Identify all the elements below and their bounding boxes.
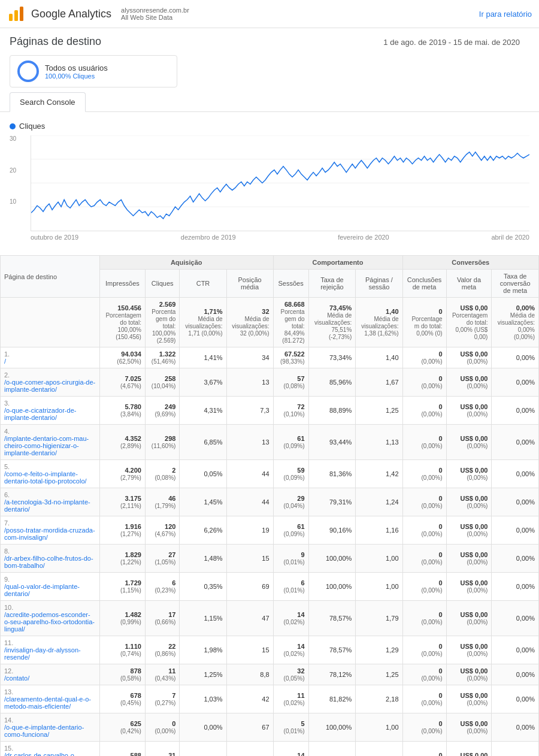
cell-cliques: 120 (4,67%) [145,516,179,545]
cell-ctr: 1,03% [180,685,226,713]
tab-search-console[interactable]: Search Console [10,92,86,112]
cell-taxa: 0,00% [492,742,539,757]
cell-paginas: 1,42 [356,460,402,488]
cell-ctr: 1,25% [180,664,226,685]
table-row: 12. /contato/ 878 (0,58%) 11 (0,43%) 1,2… [1,664,539,685]
page-link[interactable]: /o-que-comer-apos-cirurgia-de-implante-d… [4,379,96,393]
total-cliques: 2.569 Porcenta gem do total: 100,00% (2.… [145,298,179,347]
cell-impressoes: 1.482 (0,99%) [99,601,145,636]
cell-cliques: 1.322 (51,46%) [145,347,179,368]
page-link[interactable]: /clareamento-dental-qual-e-o-metodo-mais… [4,695,96,710]
data-table: Página de destino Aquisição Comportament… [0,255,539,756]
col-header-sessoes: Sessões [273,270,308,298]
cell-taxa: 0,00% [492,601,539,636]
cell-taxa: 0,00% [492,460,539,488]
cell-impressoes: 678 (0,45%) [99,685,145,713]
cell-valor: US$ 0,00 (0,00%) [446,573,492,601]
app-title: Google Analytics [31,8,111,20]
cell-conclusoes: 0 (0,00%) [402,664,446,685]
cell-sessoes: 29 (0,04%) [273,488,308,516]
page-link[interactable]: /contato/ [4,675,96,682]
y-label-20: 20 [10,167,16,174]
cell-valor: US$ 0,00 (0,00%) [446,601,492,636]
total-taxa: 0,00% Média de visualizações: 0,00% (0,0… [492,298,539,347]
page-link[interactable]: /o-que-e-implante-dentario-como-funciona… [4,724,96,738]
svg-rect-2 [20,7,23,21]
total-rejeicao: 73,45% Média de visualizações: 75,51% (-… [308,298,356,347]
cell-impressoes: 5.780 (3,84%) [99,397,145,425]
cell-rejeicao: 81,36% [308,460,356,488]
col-header-cliques: Cliques [145,270,179,298]
cell-posicao: 13 [226,425,273,460]
table-row: 4. /implante-dentario-com-mau-cheiro-com… [1,425,539,460]
cell-valor: US$ 0,00 (0,00%) [446,347,492,368]
x-label-dec: dezembro de 2019 [181,234,236,241]
cell-page: 4. /implante-dentario-com-mau-cheiro-com… [1,425,100,460]
cell-valor: US$ 0,00 (0,00%) [446,685,492,713]
cell-sessoes: 14 (0,02%) [273,601,308,636]
cell-sessoes: 59 (0,09%) [273,460,308,488]
cell-cliques: 298 (11,60%) [145,425,179,460]
cell-impressoes: 1.729 (1,15%) [99,573,145,601]
cell-posicao: 15 [226,636,273,664]
cell-conclusoes: 0 (0,00%) [402,685,446,713]
cell-paginas: 1,29 [356,636,402,664]
cell-conclusoes: 0 (0,00%) [402,368,446,397]
cell-paginas: 1,00 [356,545,402,573]
page-link[interactable]: /o-que-e-cicatrizador-de-implante-dentar… [4,407,96,421]
page-link[interactable]: /qual-o-valor-de-implante-dentario/ [4,583,96,597]
cell-ctr: 0,05% [180,460,226,488]
totals-row: 150.456 Porcentagem do total: 100,00% (1… [1,298,539,347]
x-label-oct: outubro de 2019 [31,234,78,241]
cell-sessoes: 57 (0,08%) [273,368,308,397]
cell-rejeicao: 78,57% [308,636,356,664]
cell-conclusoes: 0 (0,00%) [402,488,446,516]
x-label-feb: fevereiro de 2020 [338,234,389,241]
cell-valor: US$ 0,00 (0,00%) [446,545,492,573]
cell-page: 11. /invisalign-day-dr-alysson-resende/ [1,636,100,664]
total-paginas: 1,40 Média de visualizações: 1,38 (1,62%… [356,298,402,347]
cell-paginas: 1,00 [356,713,402,742]
chart-svg [31,135,529,231]
cell-sessoes: 32 (0,05%) [273,664,308,685]
cell-taxa: 0,00% [492,573,539,601]
segment-circle [17,61,39,82]
cell-taxa: 0,00% [492,397,539,425]
cell-ctr: 3,67% [180,368,226,397]
col-header-paginas: Páginas / sessão [356,270,402,298]
cell-cliques: 27 (1,05%) [145,545,179,573]
page-link[interactable]: /dr-arbex-filho-colhe-frutos-do-bom-trab… [4,555,96,569]
page-link[interactable]: /a-tecnologia-3d-no-implante-dentario/ [4,498,96,513]
cell-page: 15. /dr-carlos-de-carvalho-o-mineiro-que… [1,742,100,757]
cell-conclusoes: 0 (0,00%) [402,573,446,601]
cell-page: 5. /como-e-feito-o-implante-dentario-tot… [1,460,100,488]
cell-page: 14. /o-que-e-implante-dentario-como-func… [1,713,100,742]
section-comportamento: Comportamento [273,256,402,270]
cell-page: 9. /qual-o-valor-de-implante-dentario/ [1,573,100,601]
cell-rejeicao: 100,00% [308,573,356,601]
page-link[interactable]: /como-e-feito-o-implante-dentario-total-… [4,470,96,485]
cell-paginas: 1,79 [356,601,402,636]
report-link[interactable]: Ir para relatório [479,10,532,19]
cell-rejeicao: 88,89% [308,397,356,425]
cell-sessoes: 11 (0,02%) [273,685,308,713]
page-link[interactable]: /dr-carlos-de-carvalho-o-mineiro-que-foi… [4,752,96,756]
page-link[interactable]: /invisalign-day-dr-alysson-resende/ [4,646,96,661]
cell-page: 6. /a-tecnologia-3d-no-implante-dentario… [1,488,100,516]
cell-impressoes: 1.110 (0,74%) [99,636,145,664]
cell-rejeicao: 73,34% [308,347,356,368]
cell-conclusoes: 0 (0,00%) [402,601,446,636]
cell-valor: US$ 0,00 (0,00%) [446,664,492,685]
page-link[interactable]: /implante-dentario-com-mau-cheiro-como-h… [4,435,96,456]
cell-posicao: 44 [226,488,273,516]
page-link[interactable]: / [4,358,96,365]
page-link[interactable]: /acredite-podemos-esconder-o-seu-aparelh… [4,611,96,633]
col-header-valor: Valor da meta [446,270,492,298]
page-link[interactable]: /posso-tratar-mordida-cruzada-com-invisa… [4,527,96,541]
table-row: 15. /dr-carlos-de-carvalho-o-mineiro-que… [1,742,539,757]
col-header-taxa: Taxa de conversão de meta [492,270,539,298]
cell-rejeicao: 90,16% [308,516,356,545]
cell-posicao: 7,3 [226,397,273,425]
cell-valor: US$ 0,00 (0,00%) [446,713,492,742]
cell-taxa: 0,00% [492,347,539,368]
